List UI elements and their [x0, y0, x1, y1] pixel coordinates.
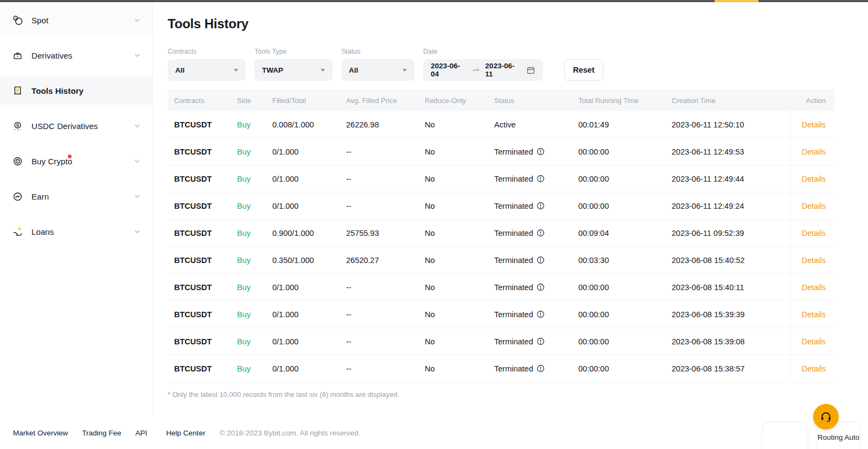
sidebar-item-tools-history[interactable]: Tools History: [0, 76, 152, 105]
filter-date: Date 2023-06-04 2023-06-11: [423, 48, 543, 81]
sidebar-item-usdc-derivatives[interactable]: USDC Derivatives: [0, 112, 152, 140]
cell-side: Buy: [231, 229, 266, 238]
header-contracts: Contracts: [168, 97, 231, 105]
alert-circle-icon[interactable]: [537, 337, 545, 345]
cell-avg-filled-price: --: [340, 337, 418, 346]
cell-reduce-only: No: [418, 175, 488, 183]
alert-circle-icon[interactable]: [537, 175, 545, 183]
cell-reduce-only: No: [418, 229, 488, 238]
cell-total-running-time: 00:00:00: [572, 147, 665, 156]
alert-circle-icon[interactable]: [537, 364, 545, 373]
sidebar-item-earn[interactable]: Earn: [0, 182, 152, 210]
table-row: BTCUSDT Buy 0/1.000 -- No Terminated 00:…: [168, 193, 834, 220]
sidebar-item-loans[interactable]: Loans: [0, 217, 152, 246]
cell-creation-time: 2023-06-08 15:40:11: [665, 283, 790, 292]
tools-type-select[interactable]: TWAP: [254, 59, 333, 81]
sidebar: Spot Derivatives Tools History: [0, 2, 153, 416]
cell-contracts: BTCUSDT: [168, 175, 231, 183]
footer-link-api[interactable]: API: [136, 429, 148, 437]
sidebar-item-derivatives[interactable]: Derivatives: [0, 41, 152, 69]
sidebar-item-buy-crypto[interactable]: Buy Crypto: [0, 147, 152, 175]
alert-circle-icon[interactable]: [537, 256, 545, 264]
details-link[interactable]: Details: [802, 175, 826, 183]
table-body: BTCUSDT Buy 0.008/1.000 26226.98 No Acti…: [168, 111, 834, 382]
chevron-down-icon: [133, 227, 142, 236]
cell-action: Details: [790, 247, 834, 273]
cell-reduce-only: No: [418, 120, 488, 129]
details-link[interactable]: Details: [802, 310, 826, 319]
cell-status: Terminated: [488, 229, 572, 238]
alert-circle-icon[interactable]: [537, 310, 545, 318]
routing-auto-label[interactable]: Routing Auto: [818, 433, 859, 441]
contracts-select[interactable]: All: [168, 59, 246, 81]
reset-button[interactable]: Reset: [564, 59, 603, 81]
cell-reduce-only: No: [418, 256, 488, 265]
tools-history-icon: [11, 85, 23, 97]
cell-action: Details: [790, 355, 834, 382]
footer-link-help-center[interactable]: Help Center: [166, 429, 205, 437]
alert-circle-icon[interactable]: [537, 229, 545, 237]
header-filled-total: Filled/Total: [266, 97, 340, 105]
details-link[interactable]: Details: [802, 120, 826, 129]
sidebar-item-spot[interactable]: Spot: [0, 6, 152, 34]
cell-action: Details: [790, 111, 834, 138]
cell-reduce-only: No: [418, 147, 488, 156]
header-avg-filled-price: Avg. Filled Price: [340, 97, 418, 105]
footer-link-market-overview[interactable]: Market Overview: [13, 429, 68, 437]
tools-history-table: Contracts Side Filled/Total Avg. Filled …: [168, 89, 834, 382]
cell-filled-total: 0.900/1.000: [266, 229, 340, 238]
filter-status: Status All: [341, 48, 414, 81]
details-link[interactable]: Details: [802, 337, 826, 346]
cell-side: Buy: [231, 310, 266, 319]
support-chat-button[interactable]: [813, 404, 839, 429]
cell-status: Terminated: [488, 337, 572, 346]
top-progress-bar: [0, 0, 868, 2]
cell-status: Terminated: [488, 283, 572, 292]
cell-avg-filled-price: --: [340, 175, 418, 183]
cell-total-running-time: 00:09:04: [572, 229, 665, 238]
cell-avg-filled-price: 25755.93: [340, 229, 418, 238]
details-link[interactable]: Details: [802, 202, 826, 210]
details-link[interactable]: Details: [802, 283, 826, 292]
alert-circle-icon[interactable]: [537, 147, 545, 156]
cell-creation-time: 2023-06-11 12:50:10: [665, 120, 790, 129]
table-row: BTCUSDT Buy 0/1.000 -- No Terminated 00:…: [168, 328, 834, 355]
cell-filled-total: 0/1.000: [266, 283, 340, 292]
details-link[interactable]: Details: [802, 229, 826, 238]
cell-side: Buy: [231, 283, 266, 292]
status-select[interactable]: All: [341, 59, 414, 81]
filter-label: Tools Type: [254, 48, 333, 55]
filter-bar: Contracts All Tools Type TWAP Status All…: [168, 48, 868, 81]
alert-circle-icon[interactable]: [537, 202, 545, 210]
cell-creation-time: 2023-06-11 09:52:39: [665, 229, 790, 238]
sidebar-item-label: USDC Derivatives: [31, 121, 98, 131]
usdc-derivatives-icon: [11, 120, 23, 132]
cell-contracts: BTCUSDT: [168, 256, 231, 265]
cell-total-running-time: 00:00:00: [572, 364, 665, 373]
date-range-picker[interactable]: 2023-06-04 2023-06-11: [423, 59, 543, 81]
bottom-pill-button[interactable]: [762, 421, 808, 449]
details-link[interactable]: Details: [802, 256, 826, 265]
filter-contracts: Contracts All: [168, 48, 246, 81]
alert-circle-icon[interactable]: [537, 283, 545, 291]
cell-avg-filled-price: 26520.27: [340, 256, 418, 265]
details-link[interactable]: Details: [802, 364, 826, 373]
cell-total-running-time: 00:00:00: [572, 310, 665, 319]
cell-side: Buy: [231, 147, 266, 156]
header-reduce-only: Reduce-Only: [418, 97, 488, 105]
details-link[interactable]: Details: [802, 147, 826, 156]
cell-contracts: BTCUSDT: [168, 310, 231, 319]
cell-contracts: BTCUSDT: [168, 147, 231, 156]
footer-link-trading-fee[interactable]: Trading Fee: [82, 429, 121, 437]
cell-action: Details: [790, 301, 834, 328]
records-footnote: * Only the latest 10,000 records from th…: [168, 390, 868, 399]
cell-filled-total: 0.350/1.000: [266, 256, 340, 265]
chevron-down-icon: [133, 192, 142, 201]
cell-avg-filled-price: --: [340, 364, 418, 373]
caret-down-icon: [234, 69, 238, 72]
chevron-down-icon: [133, 51, 142, 60]
copyright-text: © 2018-2023 Bybit.com. All rights reserv…: [219, 429, 360, 437]
cell-contracts: BTCUSDT: [168, 202, 231, 210]
date-from: 2023-06-04: [431, 62, 467, 78]
cell-avg-filled-price: 26226.98: [340, 120, 418, 129]
